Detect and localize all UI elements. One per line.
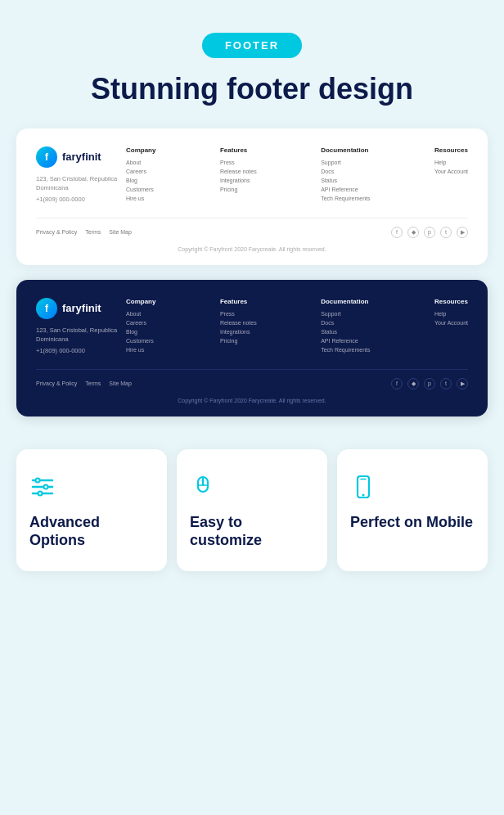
footer-nav-item[interactable]: Your Account xyxy=(434,320,468,326)
social-p-dark[interactable]: p xyxy=(424,378,435,389)
terms-link-light[interactable]: Terms xyxy=(85,229,101,235)
social-d-light[interactable]: ◆ xyxy=(407,227,419,238)
footer-col-documentation: DocumentationSupportDocsStatusAPI Refere… xyxy=(321,298,370,356)
footer-nav-item[interactable]: API Reference xyxy=(321,187,370,192)
footer-col-resources: ResourcesHelpYour Account xyxy=(434,146,468,205)
feature-title-mobile: Perfect on Mobile xyxy=(350,513,473,532)
footer-nav-item[interactable]: Pricing xyxy=(220,187,257,192)
logo-icon-dark: f xyxy=(36,298,57,319)
terms-link-dark[interactable]: Terms xyxy=(85,380,101,386)
mouse-icon xyxy=(190,474,216,500)
footer-col-features: FeaturesPressRelease notesIntegrationsPr… xyxy=(220,146,257,205)
main-heading: Stunning footer design xyxy=(0,73,504,106)
feature-card-customize: Easy to customize xyxy=(177,449,327,571)
footer-nav-cols-dark: CompanyAboutCareersBlogCustomersHire usF… xyxy=(126,298,468,356)
footer-nav-item[interactable]: About xyxy=(126,160,155,165)
footer-col-header: Features xyxy=(220,146,257,154)
sitemap-link-dark[interactable]: Site Map xyxy=(109,380,132,386)
social-tw-light[interactable]: t xyxy=(440,227,452,238)
privacy-link-dark[interactable]: Privacy & Policy xyxy=(36,380,77,386)
svg-point-3 xyxy=(36,478,40,482)
privacy-link-light[interactable]: Privacy & Policy xyxy=(36,229,77,235)
footer-links-light[interactable]: Privacy & Policy Terms Site Map xyxy=(36,229,132,235)
footer-nav-item[interactable]: Docs xyxy=(321,320,370,326)
footer-main-row-dark: f faryfinit 123, San Cristobal, Republic… xyxy=(36,298,468,356)
feature-cards-row: Advanced Options Easy to customize Perfe… xyxy=(0,441,504,596)
footer-nav-item[interactable]: Docs xyxy=(321,169,370,174)
footer-nav-item[interactable]: Hire us xyxy=(126,347,155,353)
social-p-light[interactable]: p xyxy=(424,227,435,238)
footer-nav-item[interactable]: Press xyxy=(220,311,257,317)
footer-brand-dark: f faryfinit 123, San Cristobal, Republic… xyxy=(36,298,126,355)
footer-nav-item[interactable]: API Reference xyxy=(321,338,370,344)
footer-nav-item[interactable]: Tech Requirements xyxy=(321,196,370,201)
footer-bottom-light: Privacy & Policy Terms Site Map f ◆ p t … xyxy=(36,218,468,238)
brand-address-dark: 123, San Cristobal, RepublicaDominicana xyxy=(36,326,126,344)
footer-nav-item[interactable]: Integrations xyxy=(220,329,257,335)
footer-nav-item[interactable]: Blog xyxy=(126,178,155,183)
badge-wrap: FOOTER xyxy=(0,0,504,58)
footer-col-company: CompanyAboutCareersBlogCustomersHire us xyxy=(126,146,155,205)
footer-nav-item[interactable]: Pricing xyxy=(220,338,257,344)
footer-copyright-dark: Copyright © Faryfront 2020 Farycreate. A… xyxy=(36,398,468,403)
footer-nav-item[interactable]: Release notes xyxy=(220,320,257,326)
footer-nav-item[interactable]: Hire us xyxy=(126,196,155,201)
svg-point-5 xyxy=(38,491,43,495)
footer-nav-item[interactable]: Status xyxy=(321,329,370,335)
svg-point-11 xyxy=(362,493,365,496)
sitemap-link-light[interactable]: Site Map xyxy=(109,229,132,235)
footer-social-dark: f ◆ p t ▶ xyxy=(391,378,468,389)
footer-copyright-light: Copyright © Faryfront 2020 Farycreate. A… xyxy=(36,246,468,252)
brand-phone-light: +1(809) 000-0000 xyxy=(36,196,126,203)
footer-brand-light: f faryfinit 123, San Cristobal, Republic… xyxy=(36,146,126,204)
footer-nav-item[interactable]: Customers xyxy=(126,338,155,344)
logo-text-dark: faryfinit xyxy=(62,302,101,314)
footer-card-light: f faryfinit 123, San Cristobal, Republic… xyxy=(16,128,488,265)
footer-col-header: Company xyxy=(126,146,155,154)
footer-nav-item[interactable]: Support xyxy=(321,311,370,317)
footer-card-dark: f faryfinit 123, San Cristobal, Republic… xyxy=(16,280,488,417)
footer-nav-item[interactable]: Blog xyxy=(126,329,155,335)
logo-icon-light: f xyxy=(36,146,57,168)
feature-card-mobile: Perfect on Mobile xyxy=(337,449,488,571)
footer-main-row-light: f faryfinit 123, San Cristobal, Republic… xyxy=(36,146,468,205)
footer-nav-item[interactable]: Careers xyxy=(126,169,155,174)
sliders-icon xyxy=(29,474,56,500)
logo-text-light: faryfinit xyxy=(62,151,101,163)
social-d-dark[interactable]: ◆ xyxy=(407,378,419,389)
footer-col-features: FeaturesPressRelease notesIntegrationsPr… xyxy=(220,298,257,356)
social-tw-dark[interactable]: t xyxy=(440,378,452,389)
brand-phone-dark: +1(809) 000-0000 xyxy=(36,347,126,354)
footer-col-header: Documentation xyxy=(321,298,370,305)
footer-nav-item[interactable]: Release notes xyxy=(220,169,257,174)
logo-light: f faryfinit xyxy=(36,146,126,168)
footer-nav-item[interactable]: Status xyxy=(321,178,370,183)
footer-nav-item[interactable]: Press xyxy=(220,160,257,165)
footer-nav-item[interactable]: Support xyxy=(321,160,370,165)
footer-links-dark[interactable]: Privacy & Policy Terms Site Map xyxy=(36,380,132,386)
footer-cards: f faryfinit 123, San Cristobal, Republic… xyxy=(0,128,504,417)
social-fb-light[interactable]: f xyxy=(391,227,403,238)
footer-nav-item[interactable]: Help xyxy=(434,160,468,165)
footer-col-header: Documentation xyxy=(321,146,370,154)
footer-nav-item[interactable]: Customers xyxy=(126,187,155,192)
footer-bottom-dark: Privacy & Policy Terms Site Map f ◆ p t … xyxy=(36,369,468,389)
footer-col-header: Features xyxy=(220,298,257,305)
footer-social-light: f ◆ p t ▶ xyxy=(391,227,468,238)
social-yt-dark[interactable]: ▶ xyxy=(457,378,468,389)
footer-nav-item[interactable]: Help xyxy=(434,311,468,317)
svg-point-4 xyxy=(44,484,48,489)
logo-dark: f faryfinit xyxy=(36,298,126,319)
svg-point-9 xyxy=(202,480,205,482)
social-fb-dark[interactable]: f xyxy=(391,378,403,389)
social-yt-light[interactable]: ▶ xyxy=(457,227,468,238)
footer-nav-item[interactable]: Integrations xyxy=(220,178,257,183)
footer-nav-item[interactable]: About xyxy=(126,311,155,317)
footer-nav-item[interactable]: Your Account xyxy=(434,169,468,174)
footer-nav-item[interactable]: Careers xyxy=(126,320,155,326)
footer-col-header: Resources xyxy=(434,146,468,154)
phone-icon xyxy=(350,474,376,500)
footer-nav-item[interactable]: Tech Requirements xyxy=(321,347,370,353)
feature-title-advanced: Advanced Options xyxy=(29,513,154,550)
footer-nav-cols-light: CompanyAboutCareersBlogCustomersHire usF… xyxy=(126,146,468,205)
